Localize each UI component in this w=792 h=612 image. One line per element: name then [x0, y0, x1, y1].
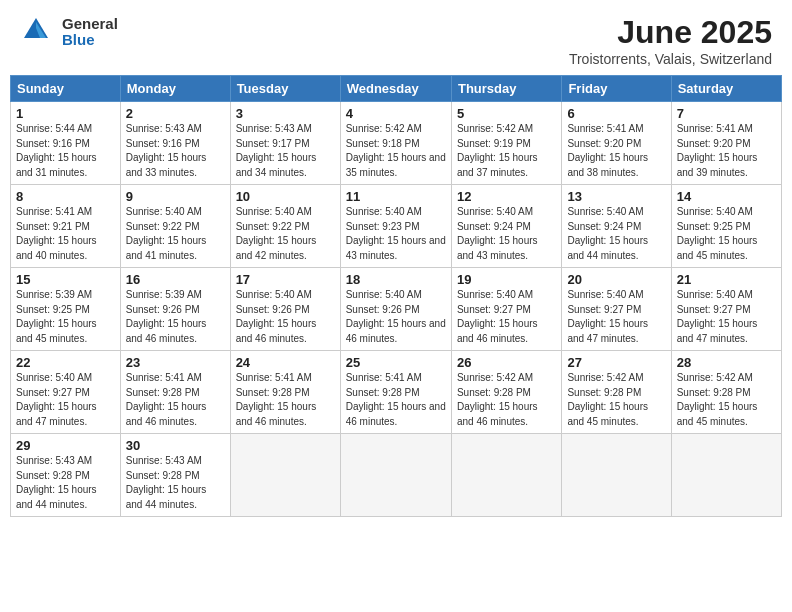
day-number: 15	[16, 272, 115, 287]
daylight-text: Daylight: 15 hours and 45 minutes.	[677, 401, 758, 427]
calendar-day-cell: 7Sunrise: 5:41 AMSunset: 9:20 PMDaylight…	[671, 102, 781, 185]
sunset-text: Sunset: 9:16 PM	[126, 138, 200, 149]
day-info: Sunrise: 5:40 AMSunset: 9:27 PMDaylight:…	[677, 288, 776, 346]
sunrise-text: Sunrise: 5:40 AM	[677, 289, 753, 300]
calendar-day-cell: 4Sunrise: 5:42 AMSunset: 9:18 PMDaylight…	[340, 102, 451, 185]
daylight-text: Daylight: 15 hours and 46 minutes.	[126, 401, 207, 427]
calendar-day-cell: 8Sunrise: 5:41 AMSunset: 9:21 PMDaylight…	[11, 185, 121, 268]
day-number: 27	[567, 355, 665, 370]
day-info: Sunrise: 5:40 AMSunset: 9:22 PMDaylight:…	[126, 205, 225, 263]
sunset-text: Sunset: 9:20 PM	[677, 138, 751, 149]
daylight-text: Daylight: 15 hours and 31 minutes.	[16, 152, 97, 178]
calendar-day-cell: 15Sunrise: 5:39 AMSunset: 9:25 PMDayligh…	[11, 268, 121, 351]
day-info: Sunrise: 5:40 AMSunset: 9:25 PMDaylight:…	[677, 205, 776, 263]
sunrise-text: Sunrise: 5:42 AM	[457, 123, 533, 134]
day-number: 25	[346, 355, 446, 370]
daylight-text: Daylight: 15 hours and 40 minutes.	[16, 235, 97, 261]
calendar-day-cell: 28Sunrise: 5:42 AMSunset: 9:28 PMDayligh…	[671, 351, 781, 434]
sunrise-text: Sunrise: 5:42 AM	[457, 372, 533, 383]
sunrise-text: Sunrise: 5:40 AM	[346, 289, 422, 300]
daylight-text: Daylight: 15 hours and 46 minutes.	[236, 318, 317, 344]
sunset-text: Sunset: 9:23 PM	[346, 221, 420, 232]
calendar-day-cell: 3Sunrise: 5:43 AMSunset: 9:17 PMDaylight…	[230, 102, 340, 185]
sunset-text: Sunset: 9:20 PM	[567, 138, 641, 149]
page: General Blue June 2025 Troistorrents, Va…	[0, 0, 792, 612]
weekday-header-wednesday: Wednesday	[340, 76, 451, 102]
daylight-text: Daylight: 15 hours and 47 minutes.	[16, 401, 97, 427]
daylight-text: Daylight: 15 hours and 38 minutes.	[567, 152, 648, 178]
logo-general-label: General	[62, 16, 118, 33]
day-number: 13	[567, 189, 665, 204]
day-number: 3	[236, 106, 335, 121]
sunset-text: Sunset: 9:28 PM	[457, 387, 531, 398]
month-title: June 2025	[569, 14, 772, 51]
day-number: 21	[677, 272, 776, 287]
sunset-text: Sunset: 9:17 PM	[236, 138, 310, 149]
day-number: 8	[16, 189, 115, 204]
sunrise-text: Sunrise: 5:40 AM	[16, 372, 92, 383]
sunrise-text: Sunrise: 5:40 AM	[567, 206, 643, 217]
day-number: 6	[567, 106, 665, 121]
title-block: June 2025 Troistorrents, Valais, Switzer…	[569, 14, 772, 67]
sunset-text: Sunset: 9:28 PM	[126, 470, 200, 481]
day-number: 16	[126, 272, 225, 287]
daylight-text: Daylight: 15 hours and 46 minutes.	[457, 318, 538, 344]
sunset-text: Sunset: 9:25 PM	[16, 304, 90, 315]
calendar-day-cell: 18Sunrise: 5:40 AMSunset: 9:26 PMDayligh…	[340, 268, 451, 351]
calendar-day-cell: 25Sunrise: 5:41 AMSunset: 9:28 PMDayligh…	[340, 351, 451, 434]
sunset-text: Sunset: 9:25 PM	[677, 221, 751, 232]
weekday-header-friday: Friday	[562, 76, 671, 102]
daylight-text: Daylight: 15 hours and 47 minutes.	[677, 318, 758, 344]
day-info: Sunrise: 5:40 AMSunset: 9:27 PMDaylight:…	[457, 288, 556, 346]
calendar-day-cell: 17Sunrise: 5:40 AMSunset: 9:26 PMDayligh…	[230, 268, 340, 351]
day-number: 22	[16, 355, 115, 370]
sunset-text: Sunset: 9:22 PM	[126, 221, 200, 232]
daylight-text: Daylight: 15 hours and 45 minutes.	[16, 318, 97, 344]
weekday-header-thursday: Thursday	[451, 76, 561, 102]
calendar-day-cell: 5Sunrise: 5:42 AMSunset: 9:19 PMDaylight…	[451, 102, 561, 185]
day-info: Sunrise: 5:39 AMSunset: 9:26 PMDaylight:…	[126, 288, 225, 346]
sunrise-text: Sunrise: 5:41 AM	[126, 372, 202, 383]
day-number: 7	[677, 106, 776, 121]
sunrise-text: Sunrise: 5:42 AM	[346, 123, 422, 134]
sunset-text: Sunset: 9:22 PM	[236, 221, 310, 232]
calendar-day-cell	[562, 434, 671, 517]
sunrise-text: Sunrise: 5:44 AM	[16, 123, 92, 134]
sunrise-text: Sunrise: 5:41 AM	[16, 206, 92, 217]
calendar-day-cell: 6Sunrise: 5:41 AMSunset: 9:20 PMDaylight…	[562, 102, 671, 185]
daylight-text: Daylight: 15 hours and 43 minutes.	[457, 235, 538, 261]
calendar-day-cell: 24Sunrise: 5:41 AMSunset: 9:28 PMDayligh…	[230, 351, 340, 434]
day-number: 10	[236, 189, 335, 204]
day-info: Sunrise: 5:40 AMSunset: 9:26 PMDaylight:…	[236, 288, 335, 346]
weekday-header-row: SundayMondayTuesdayWednesdayThursdayFrid…	[11, 76, 782, 102]
sunset-text: Sunset: 9:24 PM	[567, 221, 641, 232]
logo-blue-label: Blue	[62, 32, 118, 49]
day-number: 18	[346, 272, 446, 287]
day-info: Sunrise: 5:40 AMSunset: 9:23 PMDaylight:…	[346, 205, 446, 263]
weekday-header-sunday: Sunday	[11, 76, 121, 102]
sunrise-text: Sunrise: 5:43 AM	[126, 123, 202, 134]
sunset-text: Sunset: 9:28 PM	[126, 387, 200, 398]
daylight-text: Daylight: 15 hours and 43 minutes.	[346, 235, 446, 261]
calendar-container: SundayMondayTuesdayWednesdayThursdayFrid…	[0, 75, 792, 527]
day-number: 12	[457, 189, 556, 204]
sunrise-text: Sunrise: 5:43 AM	[126, 455, 202, 466]
calendar-day-cell	[230, 434, 340, 517]
day-number: 24	[236, 355, 335, 370]
day-number: 9	[126, 189, 225, 204]
calendar-day-cell: 27Sunrise: 5:42 AMSunset: 9:28 PMDayligh…	[562, 351, 671, 434]
day-info: Sunrise: 5:40 AMSunset: 9:26 PMDaylight:…	[346, 288, 446, 346]
daylight-text: Daylight: 15 hours and 44 minutes.	[126, 484, 207, 510]
day-info: Sunrise: 5:40 AMSunset: 9:24 PMDaylight:…	[457, 205, 556, 263]
day-number: 2	[126, 106, 225, 121]
daylight-text: Daylight: 15 hours and 44 minutes.	[567, 235, 648, 261]
calendar-table: SundayMondayTuesdayWednesdayThursdayFrid…	[10, 75, 782, 517]
sunset-text: Sunset: 9:26 PM	[346, 304, 420, 315]
calendar-day-cell: 19Sunrise: 5:40 AMSunset: 9:27 PMDayligh…	[451, 268, 561, 351]
calendar-day-cell: 9Sunrise: 5:40 AMSunset: 9:22 PMDaylight…	[120, 185, 230, 268]
sunrise-text: Sunrise: 5:39 AM	[16, 289, 92, 300]
sunset-text: Sunset: 9:26 PM	[126, 304, 200, 315]
sunrise-text: Sunrise: 5:41 AM	[677, 123, 753, 134]
sunrise-text: Sunrise: 5:42 AM	[567, 372, 643, 383]
daylight-text: Daylight: 15 hours and 46 minutes.	[457, 401, 538, 427]
